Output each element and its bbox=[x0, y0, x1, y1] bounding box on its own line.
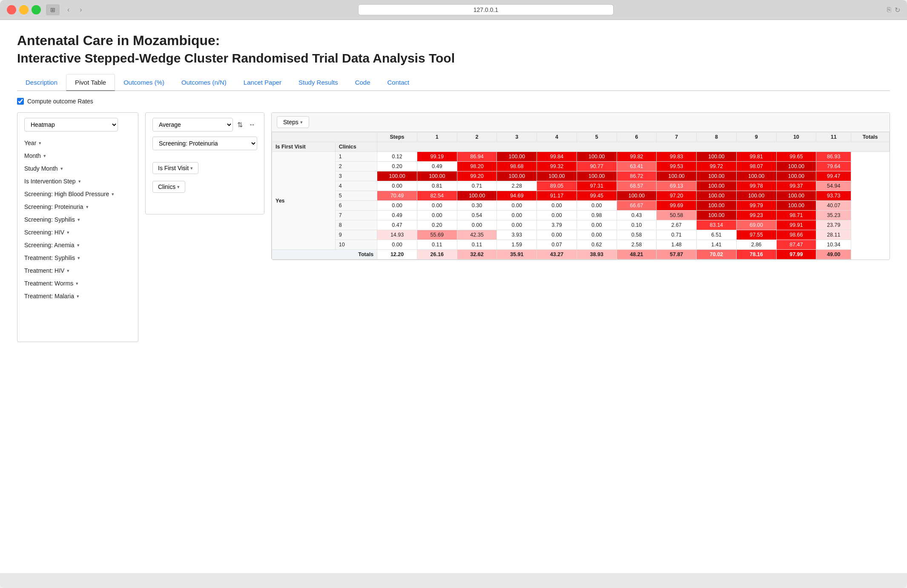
sidebar-item-high-blood-pressure[interactable]: Screening: High Blood Pressure ▾ bbox=[24, 188, 131, 200]
data-cell: 0.00 bbox=[497, 201, 537, 211]
data-cell: 86.72 bbox=[617, 171, 657, 181]
sort-icon[interactable]: ⇅ bbox=[235, 120, 244, 130]
clinic-cell: 10 bbox=[335, 240, 377, 250]
data-cell: 97.31 bbox=[577, 181, 617, 191]
minimize-button[interactable] bbox=[19, 5, 29, 14]
col-step-7: 7 bbox=[657, 132, 697, 142]
share-button[interactable]: ⎘ bbox=[887, 6, 891, 14]
reload-button[interactable]: ↻ bbox=[895, 6, 900, 14]
data-cell: 0.62 bbox=[577, 240, 617, 250]
data-cell: 2.28 bbox=[497, 181, 537, 191]
data-cell: 100.00 bbox=[497, 171, 537, 181]
data-cell: 66.67 bbox=[617, 201, 657, 211]
sidebar-item-year[interactable]: Year ▾ bbox=[24, 137, 131, 149]
data-cell: 69.13 bbox=[657, 181, 697, 191]
data-cell: 98.20 bbox=[457, 162, 497, 171]
sidebar-item-treatment-hiv[interactable]: Treatment: HIV ▾ bbox=[24, 264, 131, 277]
treatment-worms-label: Treatment: Worms bbox=[24, 280, 73, 287]
tab-pivot-table[interactable]: Pivot Table bbox=[66, 74, 115, 91]
data-cell: 99.37 bbox=[776, 181, 816, 191]
clinics-filter-btn[interactable]: Clinics ▾ bbox=[152, 181, 185, 193]
sidebar-item-anemia[interactable]: Screening: Anemia ▾ bbox=[24, 239, 131, 251]
steps-button[interactable]: Steps ▾ bbox=[277, 116, 309, 128]
data-cell: 28.11 bbox=[816, 230, 851, 240]
sidebar-item-is-intervention-step[interactable]: Is Intervention Step ▾ bbox=[24, 175, 131, 188]
forward-button[interactable]: › bbox=[77, 5, 84, 14]
sidebar-item-study-month[interactable]: Study Month ▾ bbox=[24, 162, 131, 175]
data-cell: 100.00 bbox=[497, 152, 537, 162]
expand-icon[interactable]: ↔ bbox=[247, 120, 257, 129]
data-cell: 89.05 bbox=[537, 181, 577, 191]
clinic-cell: 2 bbox=[335, 162, 377, 171]
sidebar-item-treatment-malaria[interactable]: Treatment: Malaria ▾ bbox=[24, 290, 131, 303]
data-cell: 10.34 bbox=[816, 240, 851, 250]
maximize-button[interactable] bbox=[32, 5, 41, 14]
data-cell: 90.77 bbox=[577, 162, 617, 171]
col-is-first-visit-header bbox=[272, 132, 377, 142]
data-cell: 0.00 bbox=[577, 230, 617, 240]
clinic-cell: 5 bbox=[335, 191, 377, 201]
sidebar-item-treatment-worms[interactable]: Treatment: Worms ▾ bbox=[24, 277, 131, 290]
clinic-cell: 4 bbox=[335, 181, 377, 191]
data-cell: 0.81 bbox=[417, 181, 457, 191]
col-clinics-sub: Clinics bbox=[335, 142, 377, 152]
data-cell: 0.20 bbox=[377, 162, 417, 171]
sidebar-item-proteinuria[interactable]: Screening: Proteinuria ▾ bbox=[24, 200, 131, 213]
sidebar-item-hiv[interactable]: Screening: HIV ▾ bbox=[24, 226, 131, 239]
is-first-visit-filter-label: Is First Visit bbox=[158, 165, 189, 171]
is-intervention-step-arrow-icon: ▾ bbox=[78, 179, 81, 184]
tab-study-results[interactable]: Study Results bbox=[290, 74, 347, 91]
data-cell: 0.00 bbox=[417, 201, 457, 211]
data-cell: 83.14 bbox=[697, 220, 737, 230]
clinic-cell: 7 bbox=[335, 211, 377, 220]
metric-select[interactable]: Screening: Proteinuria bbox=[152, 137, 257, 150]
table-row: 3100.00100.0099.20100.00100.00100.0086.7… bbox=[272, 171, 890, 181]
compute-checkbox[interactable] bbox=[17, 98, 24, 105]
totals-data-cell: 12.20 bbox=[377, 250, 417, 260]
data-cell: 99.32 bbox=[537, 162, 577, 171]
treatment-malaria-arrow-icon: ▾ bbox=[77, 294, 79, 299]
data-cell: 23.79 bbox=[816, 220, 851, 230]
data-cell: 86.93 bbox=[816, 152, 851, 162]
sidebar-item-month[interactable]: Month ▾ bbox=[24, 149, 131, 162]
data-cell: 82.54 bbox=[417, 191, 457, 201]
tab-description[interactable]: Description bbox=[17, 74, 66, 91]
tab-outcomes-nn[interactable]: Outcomes (n/N) bbox=[173, 74, 235, 91]
is-first-visit-filter-btn[interactable]: Is First Visit ▾ bbox=[152, 162, 198, 174]
data-cell: 35.23 bbox=[816, 211, 851, 220]
data-cell: 0.00 bbox=[377, 201, 417, 211]
tab-contact[interactable]: Contact bbox=[379, 74, 418, 91]
browser-titlebar: ⊞ ‹ › 127.0.0.1 ⎘ ↻ bbox=[0, 0, 907, 20]
aggregation-select[interactable]: Average bbox=[152, 118, 233, 131]
close-button[interactable] bbox=[7, 5, 16, 14]
tab-lancet-paper[interactable]: Lancet Paper bbox=[235, 74, 290, 91]
data-cell: 100.00 bbox=[697, 152, 737, 162]
table-header-row-2: Is First Visit Clinics bbox=[272, 142, 890, 152]
sidebar-toggle-button[interactable]: ⊞ bbox=[46, 4, 60, 15]
is-intervention-step-label: Is Intervention Step bbox=[24, 178, 76, 185]
treatment-worms-arrow-icon: ▾ bbox=[76, 281, 78, 286]
data-cell: 0.00 bbox=[577, 201, 617, 211]
sidebar-item-treatment-syphilis[interactable]: Treatment: Syphilis ▾ bbox=[24, 251, 131, 264]
back-button[interactable]: ‹ bbox=[65, 5, 72, 14]
table-row: 80.470.200.000.003.790.000.102.6783.1469… bbox=[272, 220, 890, 230]
table-scroll[interactable]: Steps 1 2 3 4 5 6 7 8 9 10 bbox=[272, 132, 890, 260]
col-step-5: 5 bbox=[577, 132, 617, 142]
treatment-syphilis-arrow-icon: ▾ bbox=[77, 255, 80, 261]
tab-code[interactable]: Code bbox=[347, 74, 379, 91]
totals-data-cell: 78.16 bbox=[736, 250, 776, 260]
table-row: 570.4982.54100.0094.6991.1799.45100.0097… bbox=[272, 191, 890, 201]
data-cell: 2.67 bbox=[657, 220, 697, 230]
data-cell: 100.00 bbox=[577, 152, 617, 162]
is-first-visit-arrow-icon: ▾ bbox=[190, 166, 193, 171]
data-cell: 99.79 bbox=[736, 201, 776, 211]
tab-outcomes-pct[interactable]: Outcomes (%) bbox=[115, 74, 173, 91]
data-cell: 50.58 bbox=[657, 211, 697, 220]
address-bar[interactable]: 127.0.0.1 bbox=[358, 4, 614, 15]
col-step-11: 11 bbox=[816, 132, 851, 142]
sidebar-item-syphilis[interactable]: Screening: Syphilis ▾ bbox=[24, 213, 131, 226]
data-cell: 98.68 bbox=[497, 162, 537, 171]
heatmap-select[interactable]: Heatmap bbox=[24, 118, 118, 131]
data-cell: 99.20 bbox=[457, 171, 497, 181]
data-cell: 98.07 bbox=[736, 162, 776, 171]
